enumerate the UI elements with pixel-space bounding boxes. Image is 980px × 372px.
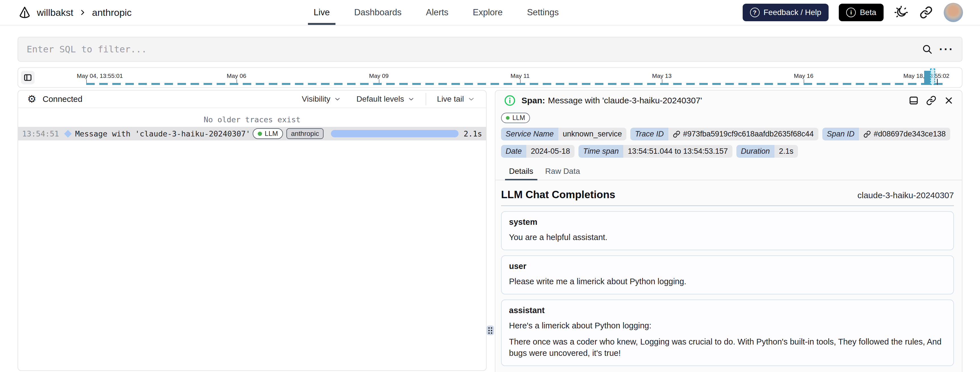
theme-toggle-icon[interactable] [894, 5, 908, 20]
time-span-chip: Time span 13:54:51.044 to 13:54:53.157 [579, 145, 732, 158]
timeline-tick-label: May 09 [369, 73, 389, 79]
main-nav-tabs: Live Dashboards Alerts Explore Settings [312, 0, 560, 25]
message-role: assistant [509, 306, 946, 315]
logfire-flame-logo-icon[interactable] [18, 6, 31, 19]
timeline-activity-dashes [86, 83, 945, 85]
trace-message: Message with 'claude-3-haiku-20240307' [75, 129, 250, 138]
message-card-user: user Please write me a limerick about Py… [501, 255, 954, 294]
close-icon[interactable] [943, 95, 955, 106]
trace-timestamp: 13:54:51 [22, 129, 59, 138]
chevron-right-icon [79, 9, 86, 16]
message-card-system: system You are a helpful assistant. [501, 211, 954, 250]
header-divider [426, 93, 426, 105]
breadcrumb-org[interactable]: willbakst [37, 7, 73, 18]
traces-panel-header: ⚙ Connected Visibility Default levels Li… [18, 90, 486, 108]
timeline-tick-label: May 06 [227, 73, 247, 79]
section-header: LLM Chat Completions claude-3-haiku-2024… [501, 189, 954, 201]
breadcrumb: willbakst anthropic [18, 0, 132, 25]
gear-icon[interactable]: ⚙ [27, 94, 36, 104]
timeline-strip[interactable]: May 04, 13:55:01 May 06 May 09 May 11 Ma… [18, 67, 963, 88]
tab-raw-data[interactable]: Raw Data [544, 164, 582, 180]
llm-tag-badge: LLM [253, 128, 283, 139]
traces-panel: ⚙ Connected Visibility Default levels Li… [18, 90, 487, 371]
section-divider [501, 205, 954, 206]
span-detail-tabs: Details Raw Data [495, 164, 962, 180]
trace-id-chip[interactable]: Trace ID #973fba5919cf9c618aafdb2635f68c… [630, 128, 818, 141]
duration-text: 2.1s [464, 129, 482, 138]
user-avatar[interactable] [944, 3, 963, 22]
duration-chip: Duration 2.1s [737, 145, 798, 158]
timeline-now-marker [937, 79, 938, 85]
span-meta-row-1: Service Name unknown_service Trace ID #9… [495, 128, 962, 141]
feedback-help-button[interactable]: ? Feedback / Help [743, 4, 829, 21]
info-icon [504, 95, 516, 106]
provider-tag-badge: anthropic [286, 128, 323, 139]
date-chip: Date 2024-05-18 [501, 145, 574, 158]
message-role: user [509, 261, 946, 271]
chevron-down-icon [467, 95, 475, 103]
tab-dashboards[interactable]: Dashboards [352, 0, 403, 25]
timeline-histogram-bar [924, 71, 930, 85]
span-panel-header: Span:Message with 'claude-3-haiku-202403… [495, 90, 962, 111]
tab-alerts[interactable]: Alerts [424, 0, 450, 25]
span-llm-badge: LLM [501, 113, 530, 123]
trace-row[interactable]: 13:54:51 Message with 'claude-3-haiku-20… [18, 127, 486, 141]
green-dot-icon [258, 131, 262, 136]
timeline-tick-label: May 16 [794, 73, 813, 79]
panel-resize-handle[interactable] [487, 326, 494, 335]
live-tail-dropdown[interactable]: Live tail [433, 95, 480, 104]
breadcrumb-project[interactable]: anthropic [92, 7, 132, 18]
span-title: Span:Message with 'claude-3-haiku-202403… [522, 96, 702, 105]
timeline-tick-label: May 04, 13:55:01 [77, 73, 123, 79]
tab-settings[interactable]: Settings [525, 0, 560, 25]
tab-live[interactable]: Live [312, 0, 331, 25]
section-title: LLM Chat Completions [501, 189, 615, 201]
sql-filter-input[interactable] [18, 37, 921, 61]
message-content: There once was a coder who knew, Logging… [509, 336, 946, 358]
chevron-down-icon [334, 95, 341, 103]
message-card-assistant: assistant Here's a limerick about Python… [501, 299, 954, 366]
sidebar-toggle-icon[interactable] [21, 71, 35, 84]
info-circle-icon: i [846, 8, 856, 17]
no-older-traces-message: No older traces exist [18, 108, 486, 127]
timeline-tick-label: May 11 [511, 73, 530, 79]
nav-right-cluster: ? Feedback / Help i Beta [743, 0, 963, 25]
share-link-icon[interactable] [919, 5, 934, 20]
copy-link-icon[interactable] [926, 95, 937, 106]
search-icon[interactable] [921, 44, 933, 55]
chevron-down-icon [407, 95, 415, 103]
connection-status: Connected [43, 95, 82, 104]
visibility-dropdown[interactable]: Visibility [297, 95, 346, 104]
message-role: system [509, 217, 946, 227]
top-navbar: willbakst anthropic Live Dashboards Aler… [0, 0, 980, 25]
timeline-selection-region[interactable] [930, 68, 935, 85]
service-name-chip: Service Name unknown_service [501, 128, 627, 141]
green-dot-icon [506, 116, 509, 120]
tab-details[interactable]: Details [507, 164, 535, 180]
timeline-tick-label: May 13 [652, 73, 672, 79]
span-details-panel: Span:Message with 'claude-3-haiku-202403… [495, 90, 963, 372]
default-levels-dropdown[interactable]: Default levels [352, 95, 419, 104]
beta-button[interactable]: i Beta [839, 4, 884, 21]
message-content: Here's a limerick about Python logging: [509, 320, 946, 331]
duration-bar [331, 130, 458, 137]
span-meta-row-2: Date 2024-05-18 Time span 13:54:51.044 t… [495, 145, 962, 158]
span-id-chip[interactable]: Span ID #d08697de343ce138 [822, 128, 950, 141]
message-content: You are a helpful assistant. [509, 232, 946, 243]
sql-filter-bar: ··· [18, 37, 963, 62]
message-content: Please write me a limerick about Python … [509, 276, 946, 287]
span-diamond-icon [64, 130, 72, 138]
link-icon [864, 130, 871, 138]
link-icon [673, 130, 680, 138]
dock-bottom-icon[interactable] [908, 95, 919, 106]
tab-explore[interactable]: Explore [471, 0, 504, 25]
question-icon: ? [750, 8, 760, 17]
model-name: claude-3-haiku-20240307 [858, 190, 954, 200]
